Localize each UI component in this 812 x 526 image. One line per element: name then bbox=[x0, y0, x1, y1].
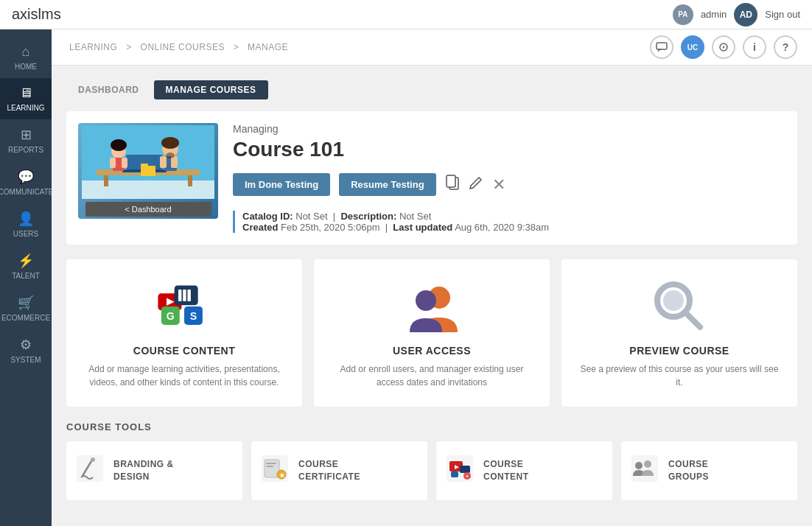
dashboard-back-btn[interactable]: < Dashboard bbox=[85, 202, 211, 217]
svg-line-38 bbox=[686, 313, 700, 327]
communicate-icon: 💬 bbox=[18, 169, 34, 185]
logo-text: axis bbox=[12, 6, 38, 22]
sidebar-item-communicate[interactable]: 💬 COMMUNICATE bbox=[0, 161, 52, 203]
certificate-label: COURSECERTIFICATE bbox=[298, 458, 360, 483]
last-updated-value: Aug 6th, 2020 9:38am bbox=[455, 222, 549, 233]
resume-testing-btn[interactable]: Resume Testing bbox=[339, 173, 435, 196]
sidebar-item-label-learning: LEARNING bbox=[7, 104, 44, 112]
breadcrumb-bar: LEARNING > ONLINE COURSES > MANAGE UC i … bbox=[52, 29, 812, 66]
svg-point-57 bbox=[644, 460, 651, 468]
preview-course-title: PREVIEW COURSE bbox=[629, 345, 729, 357]
copy-icon[interactable] bbox=[445, 175, 460, 194]
tool-card-content[interactable]: ▶ + COURSECONTENT bbox=[436, 441, 612, 500]
course-meta: Catalog ID: Not Set | Description: Not S… bbox=[233, 211, 785, 233]
description-value: Not Set bbox=[399, 211, 431, 222]
tool-card-groups[interactable]: COURSEGROUPS bbox=[621, 441, 797, 500]
sidebar: ⌂ HOME 🖥 LEARNING ⊞ REPORTS 💬 COMMUNICAT… bbox=[0, 29, 52, 526]
user-access-title: USER ACCESS bbox=[393, 345, 471, 357]
sidebar-item-ecommerce[interactable]: 🛒 ECOMMERCE bbox=[0, 287, 52, 329]
sidebar-item-label-home: HOME bbox=[15, 63, 37, 71]
close-icon[interactable]: ✕ bbox=[492, 175, 505, 194]
certificate-icon: ★ bbox=[260, 455, 290, 487]
content-area: LEARNING > ONLINE COURSES > MANAGE UC i … bbox=[52, 29, 812, 526]
svg-rect-0 bbox=[657, 43, 667, 49]
help-icon-btn[interactable]: ? bbox=[774, 35, 797, 59]
svg-text:+: + bbox=[466, 474, 469, 479]
groups-icon bbox=[630, 455, 659, 487]
chat-icon-btn[interactable] bbox=[650, 35, 673, 59]
course-content-desc: Add or manage learning activities, prese… bbox=[81, 362, 287, 389]
created-label: Created bbox=[242, 222, 278, 233]
course-thumbnail: < Dashboard bbox=[78, 123, 218, 219]
tab-manage-courses[interactable]: MANAGE COURSES bbox=[154, 80, 268, 99]
reports-icon: ⊞ bbox=[21, 127, 32, 143]
im-done-testing-btn[interactable]: Im Done Testing bbox=[233, 173, 330, 196]
content-label: COURSECONTENT bbox=[483, 458, 529, 483]
course-tools-title: COURSE TOOLS bbox=[66, 421, 797, 432]
breadcrumb-sep2: > bbox=[234, 42, 242, 52]
user-access-icon bbox=[402, 277, 461, 336]
system-icon: ⚙ bbox=[20, 337, 32, 353]
course-card: < Dashboard Managing Course 101 Im Done … bbox=[66, 111, 797, 245]
tab-dashboard[interactable]: DASHBOARD bbox=[66, 80, 151, 99]
uc-badge[interactable]: UC bbox=[681, 35, 704, 59]
svg-rect-44 bbox=[266, 463, 276, 464]
sidebar-item-label-system: SYSTEM bbox=[10, 356, 41, 364]
user-access-icon-area bbox=[402, 277, 461, 336]
breadcrumb-learning[interactable]: LEARNING bbox=[69, 42, 117, 52]
course-content-title: COURSE CONTENT bbox=[133, 345, 235, 357]
navigation-icon-btn[interactable] bbox=[712, 35, 735, 59]
top-header: axislms PA admin AD Sign out bbox=[0, 0, 812, 29]
course-managing-label: Managing bbox=[233, 123, 785, 135]
sidebar-item-learning[interactable]: 🖥 LEARNING bbox=[0, 78, 52, 119]
svg-rect-28 bbox=[183, 290, 186, 301]
ecommerce-icon: 🛒 bbox=[18, 295, 34, 311]
feature-cards-grid: G S COURSE CONTENT Add or manage learnin… bbox=[66, 259, 797, 407]
feature-card-user-access[interactable]: USER ACCESS Add or enroll users, and man… bbox=[314, 259, 550, 407]
admin-label: admin bbox=[701, 9, 727, 20]
catalog-id-value: Not Set bbox=[295, 211, 327, 222]
preview-course-icon bbox=[650, 277, 709, 336]
sidebar-item-label-users: USERS bbox=[13, 230, 38, 238]
course-info: Managing Course 101 Im Done Testing Resu… bbox=[233, 123, 785, 233]
svg-rect-12 bbox=[122, 158, 127, 168]
tool-card-certificate[interactable]: ★ COURSECERTIFICATE bbox=[251, 441, 427, 500]
users-icon: 👤 bbox=[18, 211, 34, 227]
breadcrumb-online-courses[interactable]: ONLINE COURSES bbox=[141, 42, 225, 52]
svg-rect-23 bbox=[447, 175, 455, 187]
edit-icon[interactable] bbox=[469, 175, 483, 194]
tabs: DASHBOARD MANAGE COURSES bbox=[66, 80, 797, 99]
avatar-pa: PA bbox=[673, 4, 693, 25]
branding-icon bbox=[75, 455, 105, 487]
sidebar-item-reports[interactable]: ⊞ REPORTS bbox=[0, 119, 52, 161]
created-value: Feb 25th, 2020 5:06pm bbox=[281, 222, 379, 233]
info-icon-btn[interactable]: i bbox=[743, 35, 766, 59]
catalog-id-label: Catalog ID: bbox=[242, 211, 293, 222]
content-icon: ▶ + bbox=[445, 455, 475, 487]
svg-point-13 bbox=[111, 139, 127, 151]
sidebar-item-label-talent: TALENT bbox=[12, 272, 40, 280]
branding-label: BRANDING &DESIGN bbox=[113, 458, 174, 483]
breadcrumb-manage: MANAGE bbox=[248, 42, 288, 52]
sidebar-item-system[interactable]: ⚙ SYSTEM bbox=[0, 329, 52, 371]
svg-point-41 bbox=[91, 457, 95, 462]
svg-rect-21 bbox=[141, 164, 148, 167]
course-content-icon: G S bbox=[155, 277, 214, 336]
sidebar-item-home[interactable]: ⌂ HOME bbox=[0, 37, 52, 78]
svg-rect-52 bbox=[451, 471, 458, 477]
svg-point-37 bbox=[663, 290, 684, 311]
sign-out-link[interactable]: Sign out bbox=[765, 9, 800, 20]
course-title: Course 101 bbox=[233, 138, 785, 161]
svg-rect-20 bbox=[141, 166, 155, 176]
talent-icon: ⚡ bbox=[18, 253, 34, 269]
page-content: DASHBOARD MANAGE COURSES bbox=[52, 66, 812, 526]
avatar-ad[interactable]: AD bbox=[734, 3, 757, 27]
sidebar-item-talent[interactable]: ⚡ TALENT bbox=[0, 245, 52, 287]
svg-text:G: G bbox=[167, 310, 175, 322]
svg-rect-39 bbox=[77, 455, 103, 482]
feature-card-preview-course[interactable]: PREVIEW COURSE See a preview of this cou… bbox=[561, 259, 797, 407]
course-actions: Im Done Testing Resume Testing ✕ bbox=[233, 173, 785, 196]
sidebar-item-users[interactable]: 👤 USERS bbox=[0, 203, 52, 245]
feature-card-course-content[interactable]: G S COURSE CONTENT Add or manage learnin… bbox=[66, 259, 302, 407]
tool-card-branding[interactable]: BRANDING &DESIGN bbox=[66, 441, 242, 500]
